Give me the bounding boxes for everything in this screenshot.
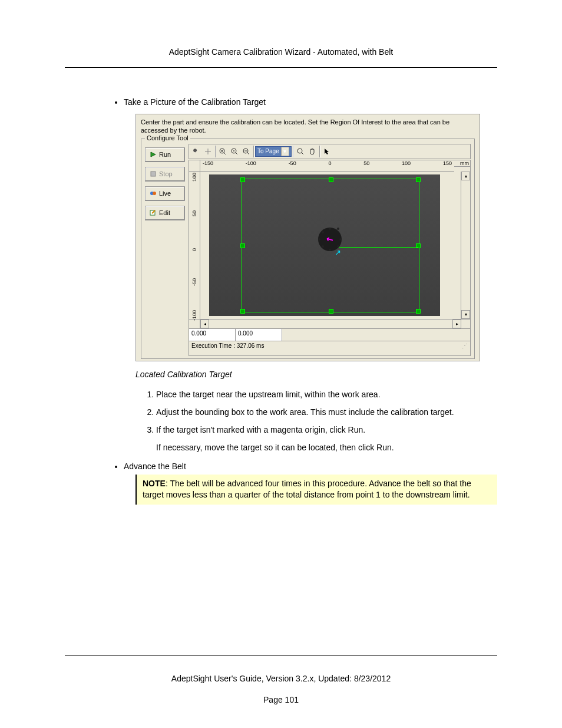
svg-point-3 — [153, 192, 156, 195]
live-icon — [149, 189, 157, 197]
icon-toolbar: To Page ▾ — [189, 144, 471, 159]
instruction-text: Center the part and ensure the calibrati… — [141, 118, 475, 135]
toolbar-separator — [293, 146, 293, 157]
header-title: AdeptSight Camera Calibration Wizard - A… — [169, 47, 394, 57]
bbox-handle[interactable] — [329, 309, 333, 314]
scroll-down-icon[interactable]: ▾ — [461, 310, 470, 319]
toolbar-separator — [253, 146, 254, 157]
status-y: 0.000 — [236, 329, 282, 341]
figure-caption: Located Calibration Target — [135, 370, 497, 379]
edit-icon — [149, 209, 157, 217]
cyan-marker-icon: ↗ — [335, 248, 341, 257]
scroll-right-icon[interactable]: ▸ — [452, 319, 461, 328]
horizontal-scrollbar[interactable]: ◂ ▸ — [200, 319, 461, 328]
svg-line-16 — [247, 153, 249, 154]
svg-line-19 — [302, 153, 303, 154]
measurement-line — [330, 247, 418, 248]
resize-grip — [461, 319, 470, 328]
page-footer: AdeptSight User's Guide, Version 3.2.x, … — [65, 655, 497, 704]
note-box: NOTE: The belt will be advanced four tim… — [135, 475, 497, 505]
step-3-sub: If necessary, move the target so it can … — [156, 443, 497, 452]
run-button[interactable]: Run — [145, 147, 185, 162]
step-3: If the target isn't marked with a magent… — [156, 425, 497, 452]
to-page-dropdown[interactable]: To Page ▾ — [255, 146, 292, 157]
svg-point-18 — [297, 149, 302, 153]
svg-marker-0 — [151, 152, 156, 157]
app-screenshot: Center the part and ensure the calibrati… — [135, 114, 480, 361]
status-x: 0.000 — [189, 329, 236, 341]
fieldset-label: Configure Tool — [145, 134, 190, 141]
bullet-advance-belt: Advance the Belt NOTE: The belt will be … — [124, 462, 497, 505]
chevron-down-icon: ▾ — [281, 147, 289, 156]
pointer-icon[interactable] — [321, 146, 333, 157]
page-header: AdeptSight Camera Calibration Wizard - A… — [65, 47, 497, 68]
bbox-handle[interactable] — [329, 177, 333, 182]
execution-status: Execution Time : 327.06 ms ⋰ — [189, 341, 471, 356]
scroll-left-icon[interactable]: ◂ — [200, 319, 209, 328]
footer-line: AdeptSight User's Guide, Version 3.2.x, … — [65, 674, 497, 683]
zoom-in-icon[interactable] — [217, 146, 229, 157]
play-icon — [149, 150, 157, 159]
zoom-out-icon[interactable] — [240, 146, 252, 157]
vertical-ruler: 100 50 0 -50 -100 — [189, 172, 200, 319]
step-1: Place the target near the upstream limit… — [156, 390, 497, 399]
configure-tool-fieldset: Configure Tool Run — [141, 139, 475, 359]
bbox-handle[interactable] — [416, 177, 421, 182]
step-list: Place the target near the upstream limit… — [124, 390, 497, 452]
bbox-handle[interactable] — [240, 243, 245, 248]
resize-grip-icon: ⋰ — [462, 342, 468, 354]
page-number: Page 101 — [65, 695, 497, 704]
image-view: -150 -100 -50 0 50 100 150 mm — [189, 160, 471, 329]
vertical-scrollbar[interactable]: ▴ ▾ — [461, 172, 470, 319]
camera-canvas[interactable]: ↖ ↗ — [200, 172, 461, 319]
step-2: Adjust the bounding box to the work area… — [156, 407, 497, 417]
stop-button[interactable]: Stop — [145, 167, 185, 182]
left-button-column: Run Stop — [145, 144, 185, 356]
magenta-origin-icon: ↖ — [325, 233, 335, 245]
svg-line-9 — [224, 153, 226, 154]
bbox-handle[interactable] — [416, 309, 421, 314]
bullet-take-picture: Take a Picture of the Calibration Target… — [124, 97, 497, 452]
horizontal-ruler: -150 -100 -50 0 50 100 150 — [200, 160, 454, 172]
live-button[interactable]: Live — [145, 186, 185, 201]
crosshair-icon[interactable] — [202, 146, 214, 157]
svg-rect-1 — [151, 172, 156, 176]
zoom-icon[interactable] — [295, 146, 306, 157]
note-label: NOTE — [143, 479, 166, 488]
calibration-target: ↖ — [318, 228, 342, 251]
coordinate-status: 0.000 0.000 — [189, 329, 471, 341]
ruler-unit: mm — [454, 160, 470, 167]
wrench-icon[interactable] — [190, 146, 202, 157]
bbox-handle[interactable] — [240, 177, 245, 182]
toolbar-separator — [215, 146, 216, 157]
scroll-up-icon[interactable]: ▴ — [461, 172, 470, 180]
hand-icon[interactable] — [306, 146, 318, 157]
svg-marker-20 — [325, 149, 329, 154]
bbox-handle[interactable] — [240, 309, 245, 314]
svg-point-14 — [233, 150, 234, 151]
stop-icon — [149, 170, 157, 178]
note-text: : The belt will be advanced four times i… — [143, 479, 471, 500]
toolbar-separator — [319, 146, 320, 157]
zoom-fit-icon[interactable] — [229, 146, 240, 157]
svg-line-13 — [236, 153, 237, 154]
edit-button[interactable]: Edit — [145, 206, 185, 220]
